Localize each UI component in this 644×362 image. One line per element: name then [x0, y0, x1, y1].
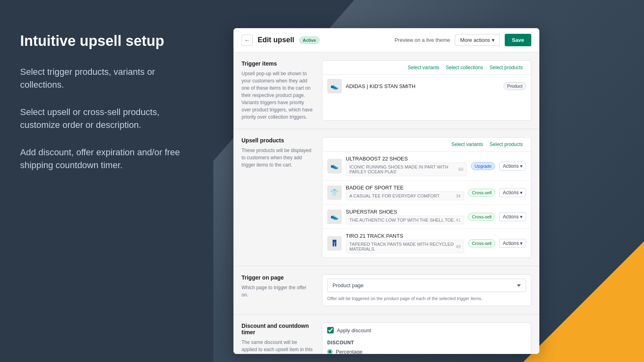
trigger-on-page-desc: Which page to trigger the offer on.: [242, 284, 314, 298]
active-badge: Active: [299, 37, 320, 44]
upsell-products-desc: These products will be displayed to cust…: [242, 147, 314, 169]
upsell-products-title: Upsell products: [242, 137, 314, 144]
trigger-items-title: Trigger items: [242, 60, 314, 67]
product-name-3: SUPERSTAR SHOES: [346, 209, 464, 215]
discount-desc: The same discount will be applied to eac…: [242, 339, 314, 354]
upsell-product-row-3: 👟 SUPERSTAR SHOES THE AUTHENTIC LOW TOP …: [322, 205, 531, 229]
product-desc-3: THE AUTHENTIC LOW TOP WITH THE SHELL TOE…: [346, 216, 464, 224]
apply-discount-label: Apply discount: [337, 327, 371, 333]
crosssell-badge-4: Cross-sell: [468, 239, 495, 247]
superstar-icon: 👟: [330, 213, 339, 220]
actions-button-4[interactable]: Actions ▾: [499, 239, 526, 248]
upsell-select-products-tab[interactable]: Select products: [486, 141, 526, 148]
product-info: ADIDAS | KID'S STAN SMITH: [346, 83, 500, 89]
trigger-on-page-section: Trigger on page Which page to trigger th…: [233, 266, 539, 315]
product-desc-1: ICONIC RUNNING SHOES MADE IN PART WITH P…: [346, 162, 467, 176]
pants-icon: 👖: [330, 239, 339, 247]
discount-info: Discount and countdown timer The same di…: [242, 323, 322, 354]
product-name: ADIDAS | KID'S STAN SMITH: [346, 83, 500, 89]
trigger-on-page-content: Product page Offer will be triggered on …: [322, 274, 531, 306]
upsell-product-row-2: 👕 BADGE OF SPORT TEE A CASUAL TEE FOR EV…: [322, 181, 531, 205]
actions-button-1[interactable]: Actions ▾: [499, 162, 526, 171]
preview-link[interactable]: Preview on a live theme: [394, 37, 450, 43]
product-desc-2: A CASUAL TEE FOR EVERYDAY COMFORT. 34: [346, 191, 464, 200]
trigger-product-row: 👟 ADIDAS | KID'S STAN SMITH Product: [322, 75, 531, 97]
upsell-select-tabs: Select variants Select products: [322, 138, 531, 152]
apply-discount-row: Apply discount: [322, 323, 531, 337]
trigger-items-info: Trigger items Upsell pop-up will be show…: [242, 60, 322, 121]
percentage-row: Percentage: [322, 347, 531, 354]
paragraph-3: Add discount, offer expiration and/or fr…: [20, 146, 193, 172]
upsell-product-row-1: 👟 ULTRABOOST 22 SHOES ICONIC RUNNING SHO…: [322, 152, 531, 181]
trigger-items-content: Select variants Select collections Selec…: [322, 60, 531, 121]
crosssell-badge-2: Cross-sell: [468, 189, 495, 197]
tee-icon: 👕: [330, 189, 339, 196]
product-info-4: TIRO 21 TRACK PANTS TAPERED TRACK PANTS …: [346, 233, 464, 253]
actions-button-3[interactable]: Actions ▾: [499, 212, 526, 221]
trigger-items-section: Trigger items Upsell pop-up will be show…: [233, 52, 539, 129]
upsell-products-info: Upsell products These products will be d…: [242, 137, 322, 258]
trigger-select-tabs: Select variants Select collections Selec…: [322, 61, 531, 75]
more-actions-button[interactable]: More actions ▾: [455, 34, 500, 46]
chevron-down-icon: ▾: [492, 37, 495, 43]
left-panel: Intuitive upsell setup Select trigger pr…: [0, 0, 213, 362]
trigger-on-page-info: Trigger on page Which page to trigger th…: [242, 274, 322, 306]
product-thumbnail-4: 👖: [327, 236, 342, 251]
select-products-tab[interactable]: Select products: [486, 64, 526, 71]
product-thumbnail-3: 👟: [327, 210, 342, 224]
actions-button-2[interactable]: Actions ▾: [499, 188, 526, 197]
ultraboost-icon: 👟: [330, 162, 339, 170]
header-left: ← Edit upsell Active: [242, 35, 320, 46]
upsell-product-row-4: 👖 TIRO 21 TRACK PANTS TAPERED TRACK PANT…: [322, 229, 531, 257]
shoe-icon: 👟: [330, 82, 339, 90]
main-heading: Intuitive upsell setup: [20, 32, 193, 49]
discount-title: Discount and countdown timer: [242, 323, 314, 335]
trigger-on-page-title: Trigger on page: [242, 274, 314, 281]
product-type-badge: Product: [504, 82, 526, 90]
right-area: ← Edit upsell Active Preview on a live t…: [213, 0, 644, 362]
panel-header: ← Edit upsell Active Preview on a live t…: [233, 28, 539, 52]
product-name-4: TIRO 21 TRACK PANTS: [346, 233, 464, 239]
panel-body: Trigger items Upsell pop-up will be show…: [233, 52, 539, 354]
product-name-1: ULTRABOOST 22 SHOES: [346, 156, 467, 162]
product-desc-4: TAPERED TRACK PANTS MADE WITH RECYCLED M…: [346, 240, 464, 253]
discount-section: Discount and countdown timer The same di…: [233, 315, 539, 354]
discount-content: Apply discount DISCOUNT Percentage: [322, 323, 531, 354]
trigger-hint: Offer will be triggered on the product p…: [322, 296, 531, 306]
ui-panel: ← Edit upsell Active Preview on a live t…: [233, 28, 539, 354]
paragraph-2: Select upsell or cross-sell products, cu…: [20, 106, 193, 132]
page-title: Edit upsell: [258, 36, 294, 44]
upsell-products-section: Upsell products These products will be d…: [233, 129, 539, 266]
trigger-items-desc: Upsell pop-up will be shown to your cust…: [242, 70, 314, 121]
discount-sub-label: DISCOUNT: [322, 337, 531, 347]
back-button[interactable]: ←: [242, 35, 253, 46]
percentage-label: Percentage: [336, 349, 363, 354]
paragraph-1: Select trigger products, variants or col…: [20, 66, 193, 91]
save-button[interactable]: Save: [505, 34, 531, 46]
trigger-page-select[interactable]: Product page: [327, 279, 526, 292]
select-variants-tab[interactable]: Select variants: [405, 64, 443, 71]
upsell-select-variants-tab[interactable]: Select variants: [448, 141, 487, 148]
crosssell-badge-3: Cross-sell: [468, 213, 495, 221]
product-name-2: BADGE OF SPORT TEE: [346, 185, 464, 191]
header-right: Preview on a live theme More actions ▾ S…: [394, 34, 531, 46]
product-info-2: BADGE OF SPORT TEE A CASUAL TEE FOR EVER…: [346, 185, 464, 200]
product-thumbnail-1: 👟: [327, 159, 342, 173]
yellow-triangle-decoration: [523, 241, 644, 362]
product-thumbnail: 👟: [327, 79, 342, 93]
apply-discount-checkbox[interactable]: [327, 327, 334, 333]
select-collections-tab[interactable]: Select collections: [443, 64, 487, 71]
product-info-3: SUPERSTAR SHOES THE AUTHENTIC LOW TOP WI…: [346, 209, 464, 224]
product-thumbnail-2: 👕: [327, 185, 342, 200]
product-info-1: ULTRABOOST 22 SHOES ICONIC RUNNING SHOES…: [346, 156, 467, 176]
upgrade-badge-1: Upgrade: [471, 162, 495, 170]
percentage-radio[interactable]: [327, 349, 332, 354]
upsell-products-content: Select variants Select products 👟 ULTRAB…: [322, 137, 531, 258]
